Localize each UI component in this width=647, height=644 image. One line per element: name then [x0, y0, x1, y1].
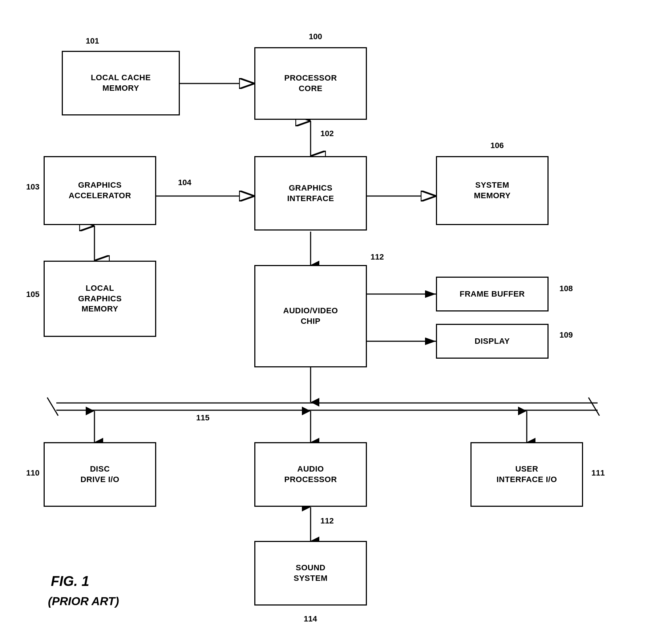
user-interface-block: USERINTERFACE I/O	[470, 442, 583, 507]
local-graphics-memory-block: LOCALGRAPHICSMEMORY	[44, 261, 156, 337]
label-108: 108	[559, 284, 573, 293]
sound-system-block: SOUNDSYSTEM	[254, 541, 367, 606]
user-interface-label: USERINTERFACE I/O	[497, 464, 557, 485]
disc-drive-block: DISCDRIVE I/O	[44, 442, 156, 507]
label-115: 115	[196, 413, 210, 423]
display-block: DISPLAY	[436, 324, 549, 359]
figure-title: FIG. 1	[51, 574, 89, 589]
label-111: 111	[591, 468, 605, 478]
label-105: 105	[26, 290, 40, 299]
label-112: 112	[320, 516, 334, 526]
audio-video-chip-block: AUDIO/VIDEOCHIP	[254, 265, 367, 367]
audio-processor-block: AUDIOPROCESSOR	[254, 442, 367, 507]
label-110: 110	[26, 468, 40, 478]
system-memory-label: SYSTEMMEMORY	[474, 180, 510, 201]
display-label: DISPLAY	[475, 336, 510, 347]
graphics-accelerator-block: GRAPHICSACCELERATOR	[44, 156, 156, 225]
disc-drive-label: DISCDRIVE I/O	[80, 464, 119, 485]
frame-buffer-block: FRAME BUFFER	[436, 277, 549, 311]
system-memory-block: SYSTEMMEMORY	[436, 156, 549, 225]
label-101: 101	[86, 36, 99, 46]
label-107: 112	[371, 252, 384, 262]
svg-line-19	[589, 398, 599, 416]
processor-core-label: PROCESSORCORE	[284, 73, 337, 94]
local-cache-memory-block: LOCAL CACHEMEMORY	[62, 51, 180, 115]
label-104: 104	[178, 178, 191, 187]
frame-buffer-label: FRAME BUFFER	[460, 289, 525, 299]
label-103: 103	[26, 182, 40, 192]
sound-system-label: SOUNDSYSTEM	[294, 563, 327, 583]
graphics-interface-label: GRAPHICSINTERFACE	[287, 183, 334, 204]
label-109: 109	[559, 330, 573, 340]
audio-processor-label: AUDIOPROCESSOR	[284, 464, 337, 485]
local-graphics-memory-label: LOCALGRAPHICSMEMORY	[78, 283, 122, 314]
diagram: LOCAL CACHEMEMORY PROCESSORCORE GRAPHICS…	[0, 0, 647, 644]
label-106: 106	[490, 141, 504, 150]
svg-line-18	[47, 398, 58, 416]
graphics-interface-block: GRAPHICSINTERFACE	[254, 156, 367, 231]
audio-video-chip-label: AUDIO/VIDEOCHIP	[283, 306, 338, 326]
label-100: 100	[309, 32, 322, 41]
processor-core-block: PROCESSORCORE	[254, 47, 367, 120]
label-114: 114	[304, 614, 317, 624]
figure-subtitle: (PRIOR ART)	[48, 595, 119, 608]
graphics-accelerator-label: GRAPHICSACCELERATOR	[69, 180, 131, 201]
local-cache-memory-label: LOCAL CACHEMEMORY	[91, 73, 151, 93]
label-102: 102	[320, 129, 334, 138]
